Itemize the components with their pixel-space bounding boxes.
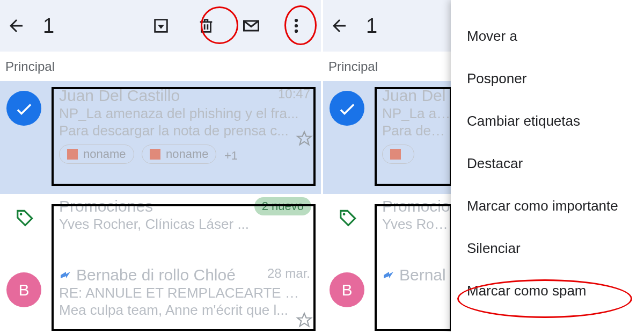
annotation-box1 bbox=[52, 87, 316, 186]
menu-mark-important[interactable]: Marcar como importante bbox=[451, 185, 644, 227]
menu-snooze[interactable]: Posponer bbox=[451, 57, 644, 100]
tag-icon bbox=[338, 207, 358, 228]
avatar[interactable]: B bbox=[6, 272, 41, 307]
back-button[interactable] bbox=[5, 15, 27, 37]
selection-count: 1 bbox=[366, 15, 377, 38]
svg-point-3 bbox=[20, 213, 23, 215]
mark-unread-button[interactable] bbox=[241, 16, 261, 35]
menu-mute[interactable]: Silenciar bbox=[451, 227, 644, 270]
selection-topbar: 1 bbox=[0, 0, 321, 52]
back-button[interactable] bbox=[328, 15, 350, 37]
annotation-box1 bbox=[375, 87, 452, 186]
tag-icon bbox=[15, 207, 35, 228]
archive-button[interactable] bbox=[151, 16, 171, 35]
svg-point-0 bbox=[295, 19, 298, 22]
menu-mark-spam[interactable]: Marcar como spam bbox=[451, 270, 644, 312]
selected-check-avatar[interactable] bbox=[6, 91, 41, 126]
overflow-menu: Mover a Posponer Cambiar etiquetas Desta… bbox=[451, 0, 644, 332]
menu-change-labels[interactable]: Cambiar etiquetas bbox=[451, 100, 644, 142]
tab-principal[interactable]: Principal bbox=[0, 52, 321, 81]
selection-count: 1 bbox=[43, 15, 54, 38]
more-button[interactable] bbox=[287, 16, 306, 35]
annotation-box2 bbox=[375, 204, 452, 331]
menu-star[interactable]: Destacar bbox=[451, 142, 644, 185]
delete-button[interactable] bbox=[196, 16, 216, 35]
annotation-box2 bbox=[52, 204, 316, 331]
menu-move-to[interactable]: Mover a bbox=[451, 15, 644, 57]
svg-point-2 bbox=[295, 30, 298, 33]
avatar[interactable]: B bbox=[330, 272, 364, 307]
selected-check-avatar[interactable] bbox=[330, 91, 364, 126]
svg-point-1 bbox=[295, 24, 298, 27]
left-screenshot: 1 Principal Juan Del Castillo NP_La amen… bbox=[0, 0, 321, 332]
svg-point-4 bbox=[343, 213, 346, 215]
